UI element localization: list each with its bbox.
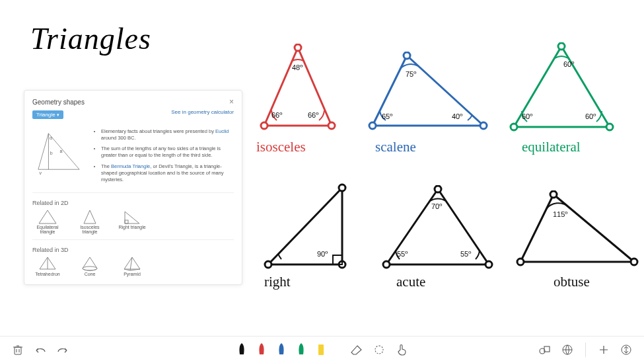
page-title: Triangles [30,21,151,56]
svg-point-18 [328,122,335,129]
chevron-down-icon: ▾ [57,112,59,118]
undo-icon[interactable] [33,343,48,357]
facts-list: Elementary facts about triangles were pr… [92,128,234,187]
triangle-scalene: 75º 65º 40º [367,52,489,136]
triangle-obtuse: 115º [515,190,641,275]
page-nav-icon[interactable] [619,343,633,357]
angle-label: 65º [382,112,392,120]
triangle-label-equilateral: equilateral [522,139,581,155]
close-icon[interactable]: × [229,97,234,106]
svg-point-34 [383,261,390,268]
angle-label: 75º [406,70,416,78]
svg-marker-0 [38,134,79,169]
svg-point-25 [511,124,517,130]
svg-rect-41 [318,344,324,355]
triangle-isosceles: 48º 66º 66º [255,44,341,136]
angle-label: 90º [317,250,328,258]
fact: The Bermuda Triangle, or Devil's Triangl… [101,163,234,183]
card-triangle-diagram: a b α γ [32,128,85,175]
fact: Elementary facts about triangles were pr… [101,128,234,141]
svg-text:b: b [50,151,53,155]
svg-rect-9 [125,220,128,223]
svg-point-21 [369,122,376,129]
related-right[interactable]: Right triangle [117,209,147,234]
svg-point-39 [631,259,637,265]
angle-label: 60º [585,112,596,120]
card-title: Geometry shapes [32,99,85,106]
redo-icon[interactable] [55,343,70,357]
svg-point-16 [295,44,301,51]
angle-label: 48º [292,63,303,71]
triangle-label-obtuse: obtuse [554,274,590,290]
svg-marker-27 [268,188,342,264]
svg-point-38 [517,259,524,265]
svg-point-12 [83,266,97,270]
pen-red[interactable] [256,343,268,357]
svg-marker-7 [84,210,96,223]
angle-label: 40º [452,112,462,120]
svg-rect-42 [375,346,383,354]
svg-point-29 [265,261,271,268]
angle-label: 115º [553,210,567,218]
svg-text:a: a [60,149,63,153]
related-tetrahedron[interactable]: Tetrahedron [32,256,63,276]
svg-marker-36 [520,194,634,262]
web-icon[interactable] [560,343,575,357]
touch-icon[interactable] [394,343,409,357]
lasso-icon[interactable] [372,343,386,357]
triangle-label-acute: acute [396,274,425,290]
shape-dropdown[interactable]: Triangle ▾ [32,110,63,119]
pen-blue[interactable] [275,343,287,357]
angle-label: 60º [563,60,574,68]
svg-point-20 [404,52,410,59]
triangle-right: 90º [259,182,351,275]
svg-point-37 [550,191,557,198]
angle-label: 66º [271,111,282,119]
svg-point-26 [606,124,613,130]
shapes-icon[interactable] [538,343,552,357]
svg-text:α: α [50,136,52,140]
angle-label: 60º [522,112,532,120]
related-3d-title: Related in 3D [32,247,234,253]
svg-point-28 [339,184,345,191]
eraser-icon[interactable] [349,343,364,357]
fact: The sum of the lengths of any two sides … [101,145,234,159]
svg-marker-8 [125,212,139,223]
svg-point-17 [261,122,268,129]
related-equilateral[interactable]: Equilateral triangle [32,209,63,234]
triangle-equilateral: 60º 60º 60º [507,42,616,136]
related-cone[interactable]: Cone [75,256,105,276]
related-pyramid[interactable]: Pyramid [117,256,147,276]
svg-point-33 [435,186,441,192]
svg-point-22 [480,122,487,129]
pen-black[interactable] [236,343,248,357]
geometry-calculator-link[interactable]: See in geometry calculator [171,109,234,115]
triangle-acute: 70º 55º 55º [380,185,495,275]
triangle-label-isosceles: isosceles [256,139,306,155]
pen-green[interactable] [295,343,307,357]
svg-point-35 [485,261,492,268]
related-isosceles[interactable]: Isosceles triangle [75,209,105,234]
related-2d-title: Related in 2D [32,200,234,206]
svg-text:γ: γ [39,171,42,175]
pen-yellow-highlighter[interactable] [315,343,327,357]
angle-label: 55º [460,250,471,258]
svg-point-24 [558,43,565,50]
dropdown-label: Triangle [36,112,55,118]
add-icon[interactable] [596,343,611,357]
trash-icon[interactable] [11,343,25,357]
triangle-label-scalene: scalene [375,139,416,155]
svg-marker-6 [39,210,56,223]
toolbar [0,336,644,363]
angle-label: 55º [397,250,408,258]
angle-label: 70º [431,202,442,210]
angle-label: 66º [308,111,318,119]
svg-rect-40 [15,347,21,354]
triangle-label-right: right [264,274,291,290]
info-card: Geometry shapes × Triangle ▾ See in geom… [24,90,242,285]
